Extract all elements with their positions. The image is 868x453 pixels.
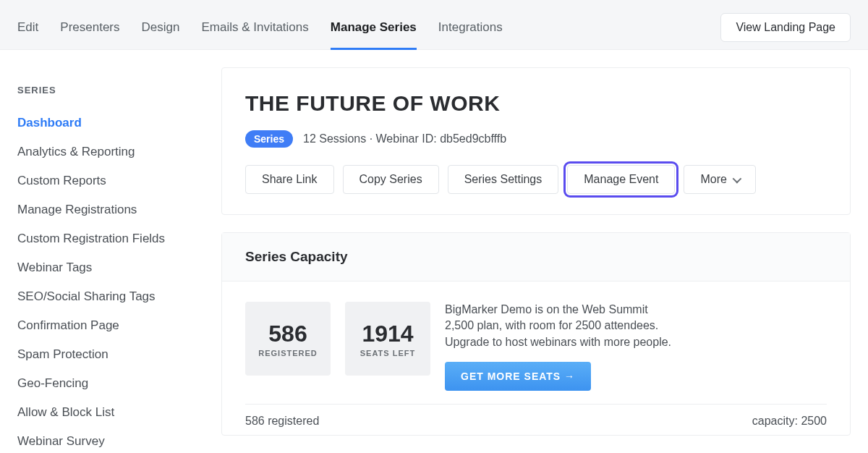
sidebar-item-allow-block-list[interactable]: Allow & Block List <box>17 398 195 427</box>
stat-registered-value: 586 <box>268 321 307 347</box>
tab-design[interactable]: Design <box>142 20 180 50</box>
series-title: THE FUTURE OF WORK <box>245 91 827 116</box>
stat-registered: 586 REGISTERED <box>245 302 331 376</box>
sidebar-item-spam-protection[interactable]: Spam Protection <box>17 340 195 369</box>
series-capacity-card: Series Capacity 586 REGISTERED 1914 SEAT… <box>221 232 851 436</box>
sidebar-section-label: SERIES <box>17 85 195 96</box>
stat-registered-label: REGISTERED <box>258 349 318 357</box>
tab-integrations[interactable]: Integrations <box>438 20 503 50</box>
capacity-footer: 586 registered capacity: 2500 <box>245 404 827 435</box>
tab-presenters[interactable]: Presenters <box>60 20 119 50</box>
more-button[interactable]: More <box>684 165 755 194</box>
nav-tabs: Edit Presenters Design Emails & Invitati… <box>17 6 503 49</box>
sidebar-item-manage-registrations[interactable]: Manage Registrations <box>17 195 195 224</box>
more-button-label: More <box>700 173 726 186</box>
sidebar-item-seo-social-sharing-tags[interactable]: SEO/Social Sharing Tags <box>17 282 195 311</box>
sidebar: SERIES Dashboard Analytics & Reporting C… <box>17 67 195 453</box>
top-nav: Edit Presenters Design Emails & Invitati… <box>0 6 868 49</box>
sidebar-item-dashboard[interactable]: Dashboard <box>17 109 195 137</box>
main-content: THE FUTURE OF WORK Series 12 Sessions · … <box>221 67 851 453</box>
stat-seats-left: 1914 SEATS LEFT <box>345 302 430 376</box>
manage-event-button[interactable]: Manage Event <box>567 165 675 194</box>
sidebar-item-geo-fencing[interactable]: Geo-Fencing <box>17 369 195 398</box>
copy-series-button[interactable]: Copy Series <box>343 165 439 194</box>
capacity-body: 586 REGISTERED 1914 SEATS LEFT BigMarker… <box>222 281 850 404</box>
capacity-description-block: BigMarker Demo is on the Web Summit 2,50… <box>445 302 676 391</box>
capacity-footer-registered: 586 registered <box>245 415 319 428</box>
get-more-seats-button[interactable]: GET MORE SEATS → <box>445 362 591 391</box>
stat-seats-left-label: SEATS LEFT <box>360 349 415 357</box>
capacity-description: BigMarker Demo is on the Web Summit 2,50… <box>445 302 676 350</box>
tab-emails-invitations[interactable]: Emails & Invitations <box>201 20 308 50</box>
series-actions: Share Link Copy Series Series Settings M… <box>245 165 827 194</box>
sidebar-item-webinar-survey[interactable]: Webinar Survey <box>17 427 195 453</box>
sidebar-item-webinar-tags[interactable]: Webinar Tags <box>17 253 195 282</box>
share-link-button[interactable]: Share Link <box>245 165 334 194</box>
sidebar-item-analytics-reporting[interactable]: Analytics & Reporting <box>17 137 195 166</box>
series-meta-text: 12 Sessions · Webinar ID: db5ed9cbfffb <box>303 132 506 145</box>
view-landing-page-button[interactable]: View Landing Page <box>720 13 851 42</box>
series-settings-button[interactable]: Series Settings <box>448 165 559 194</box>
stat-seats-left-value: 1914 <box>362 321 413 347</box>
series-badge: Series <box>245 130 293 148</box>
series-header-card: THE FUTURE OF WORK Series 12 Sessions · … <box>221 67 851 215</box>
capacity-header: Series Capacity <box>222 233 850 281</box>
series-meta-row: Series 12 Sessions · Webinar ID: db5ed9c… <box>245 130 827 148</box>
sidebar-item-custom-reports[interactable]: Custom Reports <box>17 166 195 195</box>
chevron-down-icon <box>732 174 741 183</box>
capacity-footer-capacity: capacity: 2500 <box>752 415 827 428</box>
tab-manage-series[interactable]: Manage Series <box>331 20 417 50</box>
sidebar-item-confirmation-page[interactable]: Confirmation Page <box>17 311 195 340</box>
sidebar-item-custom-registration-fields[interactable]: Custom Registration Fields <box>17 224 195 253</box>
tab-edit[interactable]: Edit <box>17 20 38 50</box>
